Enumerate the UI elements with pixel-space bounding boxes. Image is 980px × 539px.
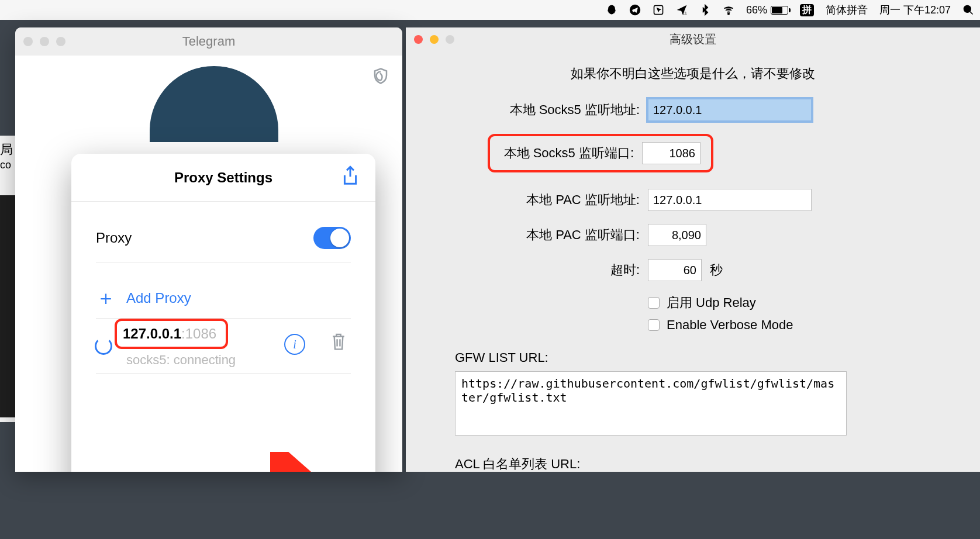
battery-status[interactable]: 66%	[746, 4, 788, 16]
socks5-port-input[interactable]	[642, 142, 701, 164]
svg-point-4	[964, 6, 971, 13]
qq-icon[interactable]	[606, 4, 617, 16]
udp-relay-checkbox[interactable]: 启用 Udp Relay	[648, 294, 980, 312]
spotlight-icon[interactable]	[962, 4, 974, 16]
gfw-url-label: GFW LIST URL:	[455, 350, 980, 365]
annotation-highlight: 本地 Socks5 监听端口:	[488, 134, 713, 172]
warning-text: 如果你不明白这些选项是什么，请不要修改	[406, 65, 980, 82]
svg-point-3	[728, 13, 730, 14]
add-proxy-label: Add Proxy	[126, 290, 191, 306]
proxy-status: socks5: connecting	[126, 353, 236, 368]
pac-port-label: 本地 PAC 监听端口:	[406, 226, 640, 244]
socks5-addr-label: 本地 Socks5 监听地址:	[406, 101, 640, 119]
add-proxy-button[interactable]: ＋ Add Proxy	[96, 278, 351, 319]
proxy-label: Proxy	[96, 230, 132, 246]
avatar-placeholder	[150, 66, 278, 142]
verbose-mode-checkbox[interactable]: Enable Verbose Mode	[648, 317, 980, 333]
checkbox-icon	[648, 319, 660, 331]
sheet-title: Proxy Settings	[174, 170, 272, 186]
ime-name[interactable]: 简体拼音	[826, 3, 868, 17]
proxy-toggle[interactable]	[313, 227, 351, 249]
plus-icon: ＋	[96, 285, 116, 312]
pac-addr-label: 本地 PAC 监听地址:	[406, 191, 640, 209]
delete-button[interactable]	[330, 331, 347, 354]
telegram-titlebar[interactable]: Telegram	[15, 27, 402, 56]
telegram-title: Telegram	[15, 34, 402, 49]
annotation-arrow	[270, 452, 340, 472]
advanced-title: 高级设置	[406, 32, 980, 47]
proxy-ip: 127.0.0.1	[123, 326, 181, 342]
share-button[interactable]	[341, 165, 363, 189]
pac-port-input[interactable]	[648, 224, 706, 246]
svg-line-5	[281, 462, 329, 472]
bluetooth-icon[interactable]	[699, 4, 711, 16]
pac-addr-input[interactable]	[648, 189, 812, 211]
annotation-highlight: 127.0.0.1 :1086	[115, 319, 228, 349]
macos-menubar: G 66% 拼 简体拼音 周一 下午12:07	[0, 0, 980, 20]
advanced-settings-window: 高级设置 如果你不明白这些选项是什么，请不要修改 本地 Socks5 监听地址:…	[406, 27, 980, 472]
proxy-entry[interactable]: 127.0.0.1 :1086 socks5: connecting i	[96, 319, 351, 374]
proxy-port: :1086	[181, 326, 216, 342]
cursor-icon[interactable]	[653, 4, 664, 16]
info-button[interactable]: i	[284, 334, 305, 355]
battery-percent: 66%	[746, 4, 767, 16]
svg-text:G: G	[683, 11, 686, 16]
checkbox-icon	[648, 297, 660, 309]
telegram-icon[interactable]	[629, 4, 641, 16]
telegram-window: Telegram Proxy Settings Proxy ＋ Add	[15, 27, 402, 472]
proxy-settings-sheet: Proxy Settings Proxy ＋ Add Proxy 127.	[71, 154, 375, 472]
wifi-icon[interactable]	[723, 4, 734, 16]
paper-plane-icon[interactable]: G	[676, 4, 688, 16]
ime-badge[interactable]: 拼	[800, 4, 814, 16]
timeout-label: 超时:	[406, 261, 640, 279]
clock[interactable]: 周一 下午12:07	[879, 3, 951, 17]
gfw-url-input[interactable]	[455, 371, 847, 436]
timeout-input[interactable]	[648, 259, 702, 281]
loading-spinner-icon	[95, 337, 112, 355]
socks5-addr-input[interactable]	[648, 99, 812, 121]
battery-icon	[771, 6, 788, 15]
advanced-titlebar[interactable]: 高级设置	[406, 27, 980, 51]
background-window-strip: 局 co	[0, 136, 15, 422]
shield-icon[interactable]	[372, 67, 389, 87]
socks5-port-label: 本地 Socks5 监听端口:	[490, 144, 634, 162]
timeout-suffix: 秒	[710, 261, 723, 279]
acl-url-label: ACL 白名单列表 URL:	[455, 455, 980, 473]
